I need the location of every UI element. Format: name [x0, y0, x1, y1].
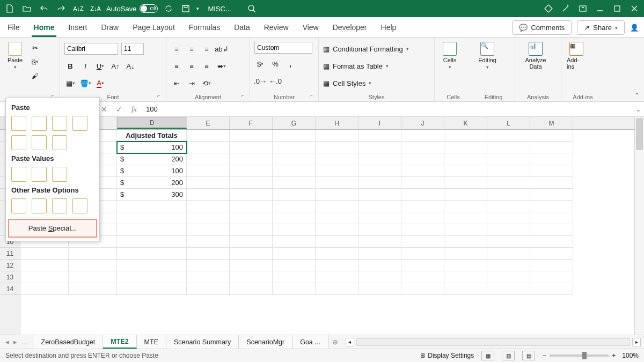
cell[interactable] — [444, 142, 487, 153]
tab-formulas[interactable]: Formulas — [187, 19, 222, 37]
column-header[interactable]: G — [273, 117, 316, 129]
maximize-icon[interactable] — [611, 2, 624, 15]
ribbon-mode-icon[interactable] — [576, 2, 589, 15]
vertical-scrollbar[interactable] — [634, 117, 644, 335]
cell[interactable] — [20, 260, 69, 271]
number-launcher[interactable]: ⌐ — [310, 93, 316, 99]
grow-font-icon[interactable]: A↑ — [109, 60, 121, 72]
column-header[interactable]: L — [487, 117, 530, 129]
hscroll-right-icon[interactable]: ▸ — [632, 338, 641, 346]
font-launcher[interactable]: ⌐ — [157, 93, 164, 99]
cells-button[interactable]: Cells▾ — [439, 40, 460, 100]
cell[interactable] — [401, 177, 444, 189]
number-format-select[interactable] — [254, 42, 312, 54]
normal-view-icon[interactable]: ▦ — [481, 351, 494, 360]
cell[interactable] — [530, 201, 573, 212]
cell[interactable] — [187, 271, 230, 283]
cell[interactable] — [444, 130, 487, 142]
cell[interactable] — [444, 224, 487, 236]
paste-keep-widths-icon[interactable] — [32, 135, 47, 150]
cell[interactable] — [230, 165, 273, 177]
cell[interactable] — [187, 142, 230, 153]
zoom-level[interactable]: 100% — [622, 352, 639, 359]
cell[interactable] — [358, 271, 401, 283]
open-file-icon[interactable] — [20, 2, 33, 15]
cell[interactable] — [69, 260, 117, 271]
display-settings-button[interactable]: 🖥Display Settings — [419, 352, 474, 359]
hscroll-left-icon[interactable]: ◂ — [346, 338, 354, 346]
cell[interactable] — [444, 153, 487, 165]
paste-all-icon[interactable] — [11, 116, 26, 131]
minimize-icon[interactable] — [594, 2, 606, 15]
cell[interactable] — [117, 236, 187, 248]
cell[interactable]: $100 — [117, 165, 187, 177]
cell[interactable] — [358, 177, 401, 189]
zoom-in-button[interactable]: + — [612, 352, 616, 359]
cell[interactable] — [316, 260, 358, 271]
cell[interactable]: Adjusted Totals — [117, 130, 187, 142]
column-header[interactable]: F — [230, 117, 273, 129]
cell[interactable] — [230, 236, 273, 248]
cell[interactable] — [316, 271, 358, 283]
new-file-icon[interactable] — [3, 2, 16, 15]
cell[interactable] — [487, 271, 530, 283]
cell[interactable] — [487, 177, 530, 189]
cell[interactable] — [401, 153, 444, 165]
cell[interactable] — [230, 283, 273, 295]
cell[interactable] — [401, 201, 444, 212]
cell[interactable] — [401, 248, 444, 260]
cell[interactable] — [273, 224, 316, 236]
cell[interactable] — [444, 165, 487, 177]
cell[interactable] — [69, 271, 117, 283]
cell[interactable] — [530, 271, 573, 283]
page-layout-view-icon[interactable]: ▥ — [502, 351, 515, 360]
cell[interactable]: $100 — [117, 142, 187, 153]
paste-keep-source-icon[interactable] — [72, 116, 87, 131]
cell[interactable] — [316, 165, 358, 177]
cell[interactable] — [117, 283, 187, 295]
cell[interactable] — [69, 283, 117, 295]
sheet-next-icon[interactable]: ▸ — [13, 338, 17, 346]
paste-button[interactable]: Paste ▾ — [4, 40, 26, 100]
paste-values-sourcefmt-icon[interactable] — [52, 167, 67, 182]
sheet-tab[interactable]: ScenarioMgr — [239, 335, 292, 349]
sheet-tab[interactable]: Scenario Summary — [166, 335, 239, 349]
cell[interactable] — [530, 142, 573, 153]
account-icon[interactable]: 👤 — [630, 24, 639, 32]
tab-draw[interactable]: Draw — [99, 19, 121, 37]
cell[interactable] — [230, 130, 273, 142]
sheet-tab[interactable]: MTE — [137, 335, 166, 349]
wrap-text-icon[interactable]: ab↲ — [216, 43, 228, 55]
cell[interactable] — [117, 224, 187, 236]
cell[interactable] — [444, 236, 487, 248]
comments-button[interactable]: 💬Comments — [512, 20, 572, 35]
cell[interactable] — [230, 189, 273, 201]
cell[interactable] — [530, 165, 573, 177]
sort-desc-icon[interactable]: Z↓A — [89, 2, 102, 15]
page-break-view-icon[interactable]: ▤ — [522, 351, 535, 360]
cell[interactable]: $200 — [117, 153, 187, 165]
cell[interactable] — [273, 142, 316, 153]
cell[interactable] — [230, 224, 273, 236]
column-header[interactable]: M — [530, 117, 573, 129]
bold-button[interactable]: B — [64, 60, 76, 72]
cell[interactable] — [187, 201, 230, 212]
italic-button[interactable]: I — [79, 60, 91, 72]
editing-button[interactable]: 🔍Editing▾ — [477, 40, 498, 100]
cell[interactable] — [358, 201, 401, 212]
autosave-toggle[interactable]: AutoSave Off — [106, 4, 158, 13]
sheet-more-icon[interactable]: … — [21, 338, 28, 346]
row-header[interactable]: 13 — [0, 271, 20, 283]
cell[interactable] — [187, 165, 230, 177]
row-header[interactable]: 14 — [0, 283, 20, 295]
expand-formula-bar-icon[interactable]: ⌄ — [632, 105, 644, 113]
sheet-tab[interactable]: ZeroBasedBudget — [34, 335, 104, 349]
cell[interactable] — [401, 236, 444, 248]
cell[interactable] — [273, 177, 316, 189]
tab-file[interactable]: File — [5, 19, 22, 37]
column-header[interactable]: D — [117, 117, 187, 129]
cell[interactable] — [487, 189, 530, 201]
paste-transpose-icon[interactable] — [52, 135, 67, 150]
cell[interactable] — [117, 248, 187, 260]
tab-developer[interactable]: Developer — [331, 19, 369, 37]
